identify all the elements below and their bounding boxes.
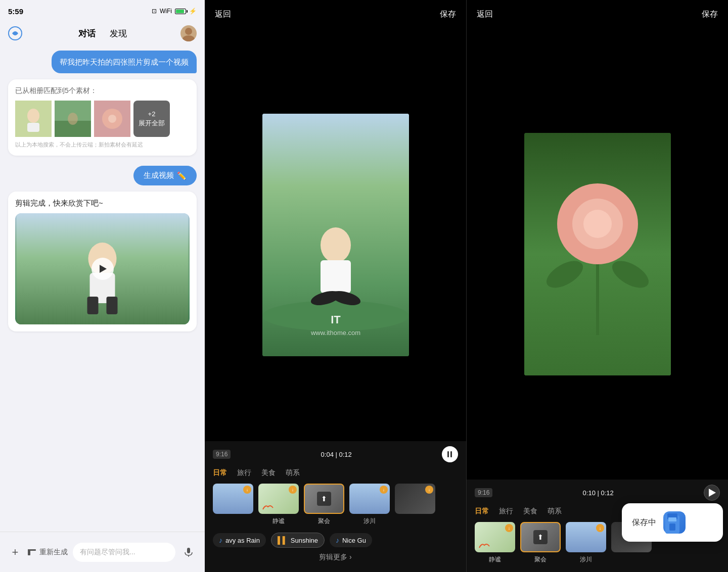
svg-rect-38 bbox=[669, 523, 675, 531]
music-chip-2-label: Sunshine bbox=[291, 537, 318, 544]
time-display-2: 0:10 | 0:12 bbox=[583, 489, 614, 497]
complete-card: 剪辑完成，快来欣赏下吧~ bbox=[8, 192, 197, 331]
svg-point-23 bbox=[321, 227, 351, 263]
style-tab-cute-2[interactable]: 萌系 bbox=[548, 507, 562, 516]
chat-content: 帮我把昨天拍的四张照片剪成一个视频 已从相册匹配到5个素材： bbox=[0, 44, 205, 532]
tab-conversation[interactable]: 对话 bbox=[78, 28, 96, 39]
style-tab-cute-1[interactable]: 萌系 bbox=[286, 468, 300, 478]
style-item-party[interactable]: ⬆ 聚会 bbox=[304, 484, 344, 526]
back-button-2[interactable]: 返回 bbox=[477, 9, 493, 20]
time-bar-2: 9:16 0:10 | 0:12 bbox=[475, 485, 720, 501]
video-frame-2[interactable] bbox=[524, 133, 671, 375]
download-badge-river: ↓ bbox=[380, 486, 388, 494]
complete-message: 剪辑完成，快来欣赏下吧~ bbox=[15, 199, 190, 208]
download-badge: ↓ bbox=[243, 486, 251, 494]
time-display-1: 0:04 | 0:12 bbox=[321, 451, 352, 458]
media-match-card: 已从相册匹配到5个素材： bbox=[8, 79, 197, 156]
svg-point-2 bbox=[183, 35, 195, 41]
more-edit-button[interactable]: 剪辑更多 › bbox=[213, 548, 458, 567]
music-chip-3-label: Nice Gu bbox=[342, 537, 366, 544]
style-tab-food-1[interactable]: 美食 bbox=[261, 468, 276, 478]
add-button[interactable]: + bbox=[8, 545, 22, 559]
style-tab-travel-2[interactable]: 旅行 bbox=[499, 507, 513, 516]
regenerate-label: 重新生成 bbox=[39, 548, 68, 557]
regenerate-button[interactable]: 重新生成 bbox=[27, 548, 68, 557]
download-badge-river-2: ↓ bbox=[596, 524, 604, 532]
style-item-river[interactable]: ↓ 涉川 bbox=[349, 484, 390, 526]
style-thumb-party-2: ⬆ bbox=[520, 522, 561, 552]
style-thumb-partial: ↓ bbox=[213, 484, 253, 514]
editor-panel-1: 返回 保存 bbox=[205, 0, 467, 572]
music-chip-1-label: avy as Rain bbox=[225, 537, 260, 544]
photo-more-overlay[interactable]: +2 展开全部 bbox=[133, 101, 170, 137]
svg-point-8 bbox=[68, 113, 78, 125]
style-item-quiet[interactable]: ↓ 静谧 bbox=[258, 484, 299, 526]
regenerate-icon bbox=[27, 548, 36, 557]
mic-button[interactable] bbox=[180, 544, 197, 560]
saving-icon bbox=[663, 511, 686, 534]
style-item-partial[interactable]: ↓ bbox=[213, 484, 253, 526]
export-icon-party: ⬆ bbox=[317, 492, 331, 506]
wifi-icon: WiFi bbox=[160, 8, 172, 15]
input-placeholder: 有问题尽管问我... bbox=[80, 548, 135, 557]
svg-rect-15 bbox=[87, 297, 99, 314]
chat-input[interactable]: 有问题尽管问我... bbox=[73, 543, 175, 562]
save-button-1[interactable]: 保存 bbox=[440, 9, 456, 20]
music-note-icon-3: ♪ bbox=[336, 536, 339, 544]
charge-icon: ⚡ bbox=[189, 8, 197, 15]
expand-label: 展开全部 bbox=[139, 119, 165, 128]
svg-rect-24 bbox=[321, 260, 351, 293]
photo-thumb-2[interactable] bbox=[55, 101, 91, 137]
more-count: +2 bbox=[148, 110, 156, 118]
right-section: 返回 保存 bbox=[205, 0, 728, 572]
bottom-bar: + 重新生成 有问题尽管问我... bbox=[0, 532, 205, 572]
style-item-4[interactable]: ↓ bbox=[395, 484, 435, 526]
nav-bar: 对话 发现 bbox=[0, 22, 205, 44]
nav-tabs: 对话 发现 bbox=[78, 28, 127, 39]
edit-icon: ✏️ bbox=[177, 171, 187, 180]
photo-grid: +2 展开全部 bbox=[15, 101, 190, 137]
style-tab-daily-2[interactable]: 日常 bbox=[475, 507, 489, 516]
style-tab-food-2[interactable]: 美食 bbox=[523, 507, 537, 516]
style-name-river-2: 涉川 bbox=[580, 556, 592, 563]
tab-discover[interactable]: 发现 bbox=[110, 28, 127, 39]
pause-icon bbox=[447, 451, 452, 457]
style-tabs-1: 日常 旅行 美食 萌系 bbox=[213, 468, 458, 478]
svg-text:www.ithome.com: www.ithome.com bbox=[310, 329, 360, 337]
music-chip-1[interactable]: ♪ avy as Rain bbox=[213, 533, 266, 547]
editor-panel-2: 返回 保存 bbox=[467, 0, 728, 572]
battery-icon bbox=[175, 9, 186, 14]
play-button-2[interactable] bbox=[704, 485, 720, 501]
video-frame-1[interactable]: IT www.ithome.com bbox=[262, 114, 409, 356]
video-display-1: IT www.ithome.com bbox=[205, 28, 466, 441]
music-chip-3[interactable]: ♪ Nice Gu bbox=[330, 533, 372, 547]
editor-header-1: 返回 保存 bbox=[205, 0, 466, 28]
signal-icon: ⊡ bbox=[152, 8, 157, 15]
download-badge-4: ↓ bbox=[425, 486, 433, 494]
status-icons: ⊡ WiFi ⚡ bbox=[152, 8, 197, 15]
photo-thumb-3[interactable] bbox=[94, 101, 130, 137]
style-item-river-2[interactable]: ↓ 涉川 bbox=[566, 522, 606, 564]
status-bar: 5:59 ⊡ WiFi ⚡ bbox=[0, 0, 205, 22]
music-chip-2[interactable]: ▌▌ Sunshine bbox=[271, 533, 325, 548]
generate-button[interactable]: 生成视频 ✏️ bbox=[133, 166, 197, 185]
play-button[interactable] bbox=[92, 258, 114, 280]
style-tab-travel-1[interactable]: 旅行 bbox=[237, 468, 251, 478]
svg-point-1 bbox=[185, 28, 192, 35]
photo-thumb-1[interactable] bbox=[15, 101, 52, 137]
style-item-party-2[interactable]: ⬆ 聚会 bbox=[520, 522, 561, 564]
back-button-1[interactable]: 返回 bbox=[215, 9, 231, 20]
style-tab-daily-1[interactable]: 日常 bbox=[213, 468, 227, 478]
user-avatar[interactable] bbox=[180, 25, 197, 41]
pause-button-1[interactable] bbox=[442, 446, 458, 462]
save-button-2[interactable]: 保存 bbox=[702, 9, 718, 20]
svg-rect-39 bbox=[668, 517, 676, 521]
video-preview[interactable] bbox=[15, 213, 190, 324]
download-badge-quiet-2: ↓ bbox=[505, 524, 513, 532]
status-time: 5:59 bbox=[8, 7, 23, 16]
svg-point-4 bbox=[27, 109, 39, 123]
style-name-quiet: 静谧 bbox=[272, 517, 285, 525]
editor-controls-1: 9:16 0:04 | 0:12 日常 旅行 美食 萌系 bbox=[205, 441, 466, 572]
ratio-badge-2: 9:16 bbox=[475, 488, 492, 497]
style-item-quiet-2[interactable]: ↓ 静谧 bbox=[475, 522, 515, 564]
